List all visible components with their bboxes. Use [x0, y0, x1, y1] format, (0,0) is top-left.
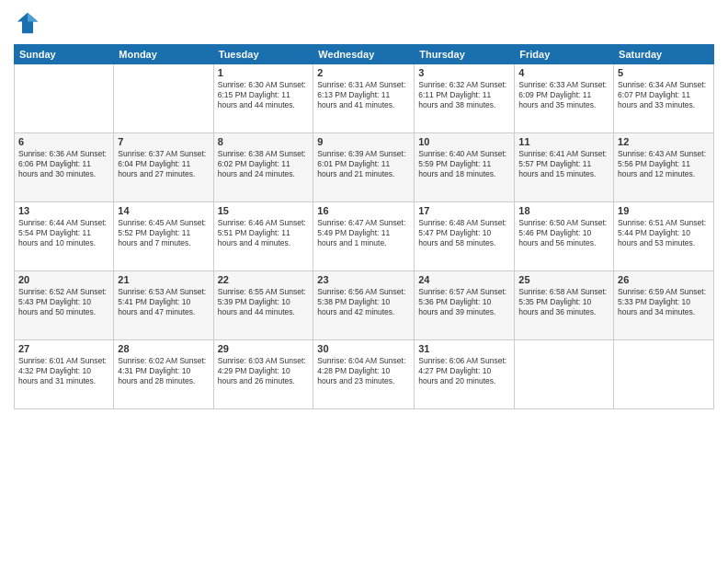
day-number: 3 [418, 67, 510, 78]
day-info: Sunrise: 6:36 AM Sunset: 6:06 PM Dayligh… [18, 149, 109, 179]
day-number: 18 [518, 205, 609, 216]
day-number: 4 [518, 67, 609, 78]
svg-marker-1 [28, 13, 38, 22]
logo-icon [14, 9, 41, 37]
calendar-table: SundayMondayTuesdayWednesdayThursdayFrid… [14, 44, 714, 409]
day-number: 11 [518, 136, 609, 147]
day-number: 2 [317, 67, 410, 78]
calendar-cell: 26Sunrise: 6:59 AM Sunset: 5:33 PM Dayli… [614, 271, 714, 340]
calendar-cell: 13Sunrise: 6:44 AM Sunset: 5:54 PM Dayli… [15, 202, 114, 271]
day-number: 13 [18, 205, 109, 216]
calendar-cell: 5Sunrise: 6:34 AM Sunset: 6:07 PM Daylig… [614, 64, 714, 133]
day-info: Sunrise: 6:51 AM Sunset: 5:44 PM Dayligh… [618, 218, 710, 248]
calendar-cell: 15Sunrise: 6:46 AM Sunset: 5:51 PM Dayli… [213, 202, 313, 271]
calendar-cell: 24Sunrise: 6:57 AM Sunset: 5:36 PM Dayli… [415, 271, 515, 340]
day-info: Sunrise: 6:46 AM Sunset: 5:51 PM Dayligh… [218, 218, 310, 248]
header [14, 9, 714, 37]
day-info: Sunrise: 6:55 AM Sunset: 5:39 PM Dayligh… [218, 287, 310, 317]
day-info: Sunrise: 6:44 AM Sunset: 5:54 PM Dayligh… [18, 218, 109, 248]
calendar-cell: 4Sunrise: 6:33 AM Sunset: 6:09 PM Daylig… [515, 64, 614, 133]
day-info: Sunrise: 6:34 AM Sunset: 6:07 PM Dayligh… [618, 80, 710, 110]
calendar-cell: 31Sunrise: 6:06 AM Sunset: 4:27 PM Dayli… [415, 340, 515, 409]
calendar-header-monday: Monday [114, 45, 213, 64]
calendar-week-row: 13Sunrise: 6:44 AM Sunset: 5:54 PM Dayli… [15, 202, 714, 271]
day-number: 8 [218, 136, 310, 147]
day-info: Sunrise: 6:47 AM Sunset: 5:49 PM Dayligh… [317, 218, 410, 248]
day-info: Sunrise: 6:37 AM Sunset: 6:04 PM Dayligh… [118, 149, 209, 179]
calendar-cell: 22Sunrise: 6:55 AM Sunset: 5:39 PM Dayli… [213, 271, 313, 340]
day-info: Sunrise: 6:02 AM Sunset: 4:31 PM Dayligh… [118, 356, 209, 386]
day-info: Sunrise: 6:33 AM Sunset: 6:09 PM Dayligh… [518, 80, 609, 110]
calendar-header-thursday: Thursday [415, 45, 515, 64]
calendar-week-row: 6Sunrise: 6:36 AM Sunset: 6:06 PM Daylig… [15, 133, 714, 202]
day-info: Sunrise: 6:48 AM Sunset: 5:47 PM Dayligh… [418, 218, 510, 248]
day-info: Sunrise: 6:52 AM Sunset: 5:43 PM Dayligh… [18, 287, 109, 317]
day-number: 31 [418, 343, 510, 354]
calendar-header-sunday: Sunday [15, 45, 114, 64]
day-number: 12 [618, 136, 710, 147]
calendar-cell [515, 340, 614, 409]
day-number: 22 [218, 274, 310, 285]
day-number: 28 [118, 343, 209, 354]
day-info: Sunrise: 6:39 AM Sunset: 6:01 PM Dayligh… [317, 149, 410, 179]
day-info: Sunrise: 6:03 AM Sunset: 4:29 PM Dayligh… [218, 356, 310, 386]
calendar-cell: 2Sunrise: 6:31 AM Sunset: 6:13 PM Daylig… [313, 64, 415, 133]
calendar-cell: 20Sunrise: 6:52 AM Sunset: 5:43 PM Dayli… [15, 271, 114, 340]
day-info: Sunrise: 6:45 AM Sunset: 5:52 PM Dayligh… [118, 218, 209, 248]
calendar-cell: 10Sunrise: 6:40 AM Sunset: 5:59 PM Dayli… [415, 133, 515, 202]
day-number: 6 [18, 136, 109, 147]
day-number: 9 [317, 136, 410, 147]
calendar-header-wednesday: Wednesday [313, 45, 415, 64]
day-info: Sunrise: 6:59 AM Sunset: 5:33 PM Dayligh… [618, 287, 710, 317]
day-number: 17 [418, 205, 510, 216]
day-info: Sunrise: 6:38 AM Sunset: 6:02 PM Dayligh… [218, 149, 310, 179]
calendar-week-row: 20Sunrise: 6:52 AM Sunset: 5:43 PM Dayli… [15, 271, 714, 340]
calendar-cell: 27Sunrise: 6:01 AM Sunset: 4:32 PM Dayli… [15, 340, 114, 409]
day-number: 26 [618, 274, 710, 285]
calendar-cell: 21Sunrise: 6:53 AM Sunset: 5:41 PM Dayli… [114, 271, 213, 340]
day-number: 15 [218, 205, 310, 216]
day-info: Sunrise: 6:04 AM Sunset: 4:28 PM Dayligh… [317, 356, 410, 386]
logo [14, 9, 45, 37]
calendar-cell: 18Sunrise: 6:50 AM Sunset: 5:46 PM Dayli… [515, 202, 614, 271]
day-number: 14 [118, 205, 209, 216]
day-info: Sunrise: 6:41 AM Sunset: 5:57 PM Dayligh… [518, 149, 609, 179]
calendar-cell: 6Sunrise: 6:36 AM Sunset: 6:06 PM Daylig… [15, 133, 114, 202]
day-info: Sunrise: 6:40 AM Sunset: 5:59 PM Dayligh… [418, 149, 510, 179]
calendar-header-saturday: Saturday [614, 45, 714, 64]
calendar-cell: 14Sunrise: 6:45 AM Sunset: 5:52 PM Dayli… [114, 202, 213, 271]
calendar-cell: 12Sunrise: 6:43 AM Sunset: 5:56 PM Dayli… [614, 133, 714, 202]
calendar-week-row: 1Sunrise: 6:30 AM Sunset: 6:15 PM Daylig… [15, 64, 714, 133]
calendar-cell [614, 340, 714, 409]
day-info: Sunrise: 6:01 AM Sunset: 4:32 PM Dayligh… [18, 356, 109, 386]
calendar-cell: 9Sunrise: 6:39 AM Sunset: 6:01 PM Daylig… [313, 133, 415, 202]
calendar-cell: 25Sunrise: 6:58 AM Sunset: 5:35 PM Dayli… [515, 271, 614, 340]
day-info: Sunrise: 6:30 AM Sunset: 6:15 PM Dayligh… [218, 80, 310, 110]
page: SundayMondayTuesdayWednesdayThursdayFrid… [0, 0, 728, 563]
day-info: Sunrise: 6:31 AM Sunset: 6:13 PM Dayligh… [317, 80, 410, 110]
calendar-cell [114, 64, 213, 133]
day-info: Sunrise: 6:58 AM Sunset: 5:35 PM Dayligh… [518, 287, 609, 317]
day-number: 10 [418, 136, 510, 147]
calendar-cell: 30Sunrise: 6:04 AM Sunset: 4:28 PM Dayli… [313, 340, 415, 409]
calendar-cell: 23Sunrise: 6:56 AM Sunset: 5:38 PM Dayli… [313, 271, 415, 340]
day-info: Sunrise: 6:56 AM Sunset: 5:38 PM Dayligh… [317, 287, 410, 317]
day-info: Sunrise: 6:50 AM Sunset: 5:46 PM Dayligh… [518, 218, 609, 248]
day-number: 19 [618, 205, 710, 216]
calendar-header-friday: Friday [515, 45, 614, 64]
day-number: 24 [418, 274, 510, 285]
calendar-cell: 1Sunrise: 6:30 AM Sunset: 6:15 PM Daylig… [213, 64, 313, 133]
calendar-cell: 8Sunrise: 6:38 AM Sunset: 6:02 PM Daylig… [213, 133, 313, 202]
calendar-cell: 29Sunrise: 6:03 AM Sunset: 4:29 PM Dayli… [213, 340, 313, 409]
day-info: Sunrise: 6:06 AM Sunset: 4:27 PM Dayligh… [418, 356, 510, 386]
day-number: 25 [518, 274, 609, 285]
calendar-cell: 28Sunrise: 6:02 AM Sunset: 4:31 PM Dayli… [114, 340, 213, 409]
calendar-cell: 3Sunrise: 6:32 AM Sunset: 6:11 PM Daylig… [415, 64, 515, 133]
day-number: 16 [317, 205, 410, 216]
calendar-cell: 7Sunrise: 6:37 AM Sunset: 6:04 PM Daylig… [114, 133, 213, 202]
day-number: 20 [18, 274, 109, 285]
calendar-header-row: SundayMondayTuesdayWednesdayThursdayFrid… [15, 45, 714, 64]
calendar-cell: 19Sunrise: 6:51 AM Sunset: 5:44 PM Dayli… [614, 202, 714, 271]
day-number: 1 [218, 67, 310, 78]
day-info: Sunrise: 6:57 AM Sunset: 5:36 PM Dayligh… [418, 287, 510, 317]
